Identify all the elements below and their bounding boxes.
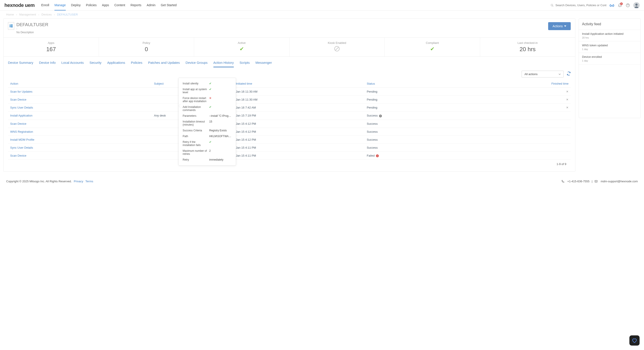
cell-status: Failed ! bbox=[364, 152, 462, 160]
search-input[interactable] bbox=[556, 4, 606, 7]
popover-row: Maximum number of retries2 bbox=[179, 148, 236, 157]
help-icon[interactable] bbox=[626, 3, 630, 8]
cell-action[interactable]: Scan Device bbox=[8, 120, 152, 128]
cell-action[interactable]: Install MDM Profile bbox=[8, 136, 152, 144]
cell-status: Success bbox=[364, 128, 462, 136]
cell-finished bbox=[462, 112, 571, 120]
bell-icon[interactable]: 0 bbox=[618, 3, 622, 8]
sub-tab-action-history[interactable]: Action History bbox=[214, 61, 234, 67]
nav-tab-manage[interactable]: Manage bbox=[54, 0, 66, 11]
svg-point-0 bbox=[551, 4, 553, 6]
global-search[interactable] bbox=[550, 4, 606, 7]
sub-tab-patches-and-updates[interactable]: Patches and Updates bbox=[148, 61, 180, 67]
popover-row: Parameters--install "C:\Program F... bbox=[179, 113, 236, 119]
cell-finished bbox=[462, 144, 571, 152]
breadcrumb-mgmt[interactable]: Management bbox=[19, 13, 36, 16]
cell-action[interactable]: Scan for Updates bbox=[8, 88, 152, 96]
cell-initiated: Jan 15 4:12 PM bbox=[234, 128, 364, 136]
filter-dropdown[interactable]: All actions bbox=[522, 71, 564, 78]
nav-tab-admin[interactable]: Admin bbox=[147, 0, 156, 11]
cell-action[interactable]: Sync User Details bbox=[8, 144, 152, 152]
svg-rect-9 bbox=[10, 26, 11, 27]
table-row: Sync User DetailsJan 16 7:42 AMPending✕ bbox=[8, 104, 571, 112]
cell-status: Success i bbox=[364, 112, 462, 120]
breadcrumb-home[interactable]: Home bbox=[6, 13, 14, 16]
info-icon[interactable]: i bbox=[379, 115, 382, 117]
kpi-last-checked-in: Last checked-in20 hrs bbox=[480, 38, 575, 57]
activity-item[interactable]: Install Application action initiated20 h… bbox=[579, 30, 640, 42]
sub-tab-messenger[interactable]: Messenger bbox=[256, 61, 272, 67]
terms-link[interactable]: Terms bbox=[86, 180, 93, 183]
cell-initiated: Jan 16 11:30 AM bbox=[234, 96, 364, 104]
table-row: WNS RegistrationJan 15 4:12 PMSuccess bbox=[8, 128, 571, 136]
glasses-icon[interactable] bbox=[610, 3, 614, 8]
sub-tab-local-accounts[interactable]: Local Accounts bbox=[61, 61, 84, 67]
cell-action[interactable]: Install Application bbox=[8, 112, 152, 120]
sub-tab-policies[interactable]: Policies bbox=[131, 61, 142, 67]
activity-item[interactable]: WNS token updated1 day bbox=[579, 42, 640, 53]
sub-tab-security[interactable]: Security bbox=[90, 61, 102, 67]
actions-button[interactable]: Actions bbox=[548, 22, 571, 30]
svg-point-6 bbox=[635, 4, 638, 6]
cell-action[interactable]: Scan Device bbox=[8, 96, 152, 104]
col-status[interactable]: Status bbox=[364, 80, 462, 88]
kpi-kiosk-enabled: Kiosk Enabled bbox=[290, 38, 385, 57]
nav-tab-apps[interactable]: Apps bbox=[102, 0, 109, 11]
sub-tab-scripts[interactable]: Scripts bbox=[240, 61, 250, 67]
nav-tab-deploy[interactable]: Deploy bbox=[71, 0, 81, 11]
popover-row: Install app at system level✔ bbox=[179, 86, 236, 95]
cancel-action-icon[interactable]: ✕ bbox=[566, 90, 568, 93]
sub-tab-device-info[interactable]: Device Info bbox=[39, 61, 56, 67]
cancel-action-icon[interactable]: ✕ bbox=[566, 106, 568, 109]
cancel-action-icon[interactable]: ✕ bbox=[566, 98, 568, 101]
copyright: Copyright © 2025 Mitsogo Inc. All Rights… bbox=[6, 180, 72, 183]
cell-action[interactable]: Scan Device bbox=[8, 152, 152, 160]
page-footer: Copyright © 2025 Mitsogo Inc. All Rights… bbox=[0, 176, 644, 187]
table-row: Sync User DetailsJan 15 4:11 PMSuccess bbox=[8, 144, 571, 152]
refresh-icon[interactable] bbox=[567, 72, 571, 77]
popover-row: Retry if the installation fails✔ bbox=[179, 139, 236, 148]
nav-tab-policies[interactable]: Policies bbox=[86, 0, 96, 11]
svg-rect-8 bbox=[11, 24, 12, 26]
cell-action[interactable]: Sync User Details bbox=[8, 104, 152, 112]
pagination-label: 1-9 of 9 bbox=[8, 160, 571, 168]
sub-tab-device-groups[interactable]: Device Groups bbox=[186, 61, 208, 67]
nav-tab-content[interactable]: Content bbox=[114, 0, 125, 11]
cell-status: Success bbox=[364, 120, 462, 128]
error-icon[interactable]: ! bbox=[376, 154, 379, 157]
sub-tab-applications[interactable]: Applications bbox=[107, 61, 125, 67]
cell-finished bbox=[462, 152, 571, 160]
device-name: DEFAULTUSER bbox=[16, 22, 48, 27]
popover-row: Retryimmediately bbox=[179, 157, 236, 163]
activity-item[interactable]: Device enrolled1 day bbox=[579, 53, 640, 65]
col-finished-time[interactable]: Finished time bbox=[462, 80, 571, 88]
nav-tab-reports[interactable]: Reports bbox=[130, 0, 142, 11]
footer-email[interactable]: mdm-support@hexnode.com bbox=[600, 180, 638, 183]
popover-row: PathHKLM\SOFTWARE\... bbox=[179, 133, 236, 139]
cell-status: Success bbox=[364, 136, 462, 144]
sub-tab-device-summary[interactable]: Device Summary bbox=[8, 61, 33, 67]
cell-initiated: Jan 15 4:11 PM bbox=[234, 152, 364, 160]
kpi-apps: Apps167 bbox=[4, 38, 99, 57]
kpi-policy: Policy0 bbox=[99, 38, 194, 57]
nav-tab-get-started[interactable]: Get Started bbox=[161, 0, 177, 11]
privacy-link[interactable]: Privacy bbox=[74, 180, 83, 183]
svg-rect-7 bbox=[10, 25, 11, 26]
action-history-table: ActionSubjectInitiated timeStatusFinishe… bbox=[8, 80, 571, 160]
breadcrumb-current: DEFAULTUSER bbox=[57, 13, 78, 16]
breadcrumb-devices[interactable]: Devices bbox=[42, 13, 52, 16]
brand-logo: hexnode uem bbox=[4, 3, 34, 8]
check-icon: ✔ bbox=[209, 105, 212, 109]
cell-status: Pending bbox=[364, 88, 462, 96]
col-action[interactable]: Action bbox=[8, 80, 152, 88]
breadcrumb: Home › Management › Devices › DEFAULTUSE… bbox=[0, 11, 644, 18]
cell-action[interactable]: WNS Registration bbox=[8, 128, 152, 136]
table-row: Scan DeviceJan 15 4:11 PMFailed ! bbox=[8, 152, 571, 160]
footer-phone[interactable]: +1-415-636-7555 bbox=[568, 180, 590, 183]
user-avatar[interactable] bbox=[633, 2, 640, 9]
nav-tab-enroll[interactable]: Enroll bbox=[41, 0, 49, 11]
kpi-active: Active✔ bbox=[194, 38, 290, 57]
col-initiated-time[interactable]: Initiated time bbox=[234, 80, 364, 88]
table-row: Scan DeviceJan 15 4:12 PMSuccess bbox=[8, 120, 571, 128]
svg-line-12 bbox=[336, 47, 339, 50]
